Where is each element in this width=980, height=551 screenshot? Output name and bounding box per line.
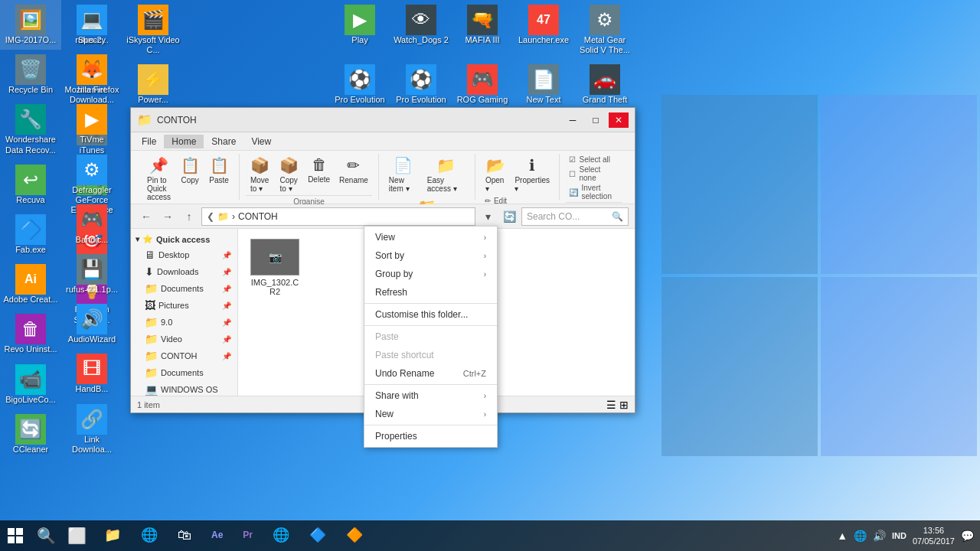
- desktop-icon-defraggler[interactable]: ⚙ Defraggler: [61, 150, 122, 200]
- sidebar-item-documents[interactable]: 📁 Documents 📌: [131, 280, 237, 297]
- sidebar-item-documents2[interactable]: 📁 Documents: [131, 364, 237, 381]
- open-buttons: 📂 Open ▾ ℹ Properties ▾: [482, 154, 554, 195]
- ribbon-btn-delete[interactable]: 🗑 Delete: [304, 154, 334, 186]
- taskbar-app-app8[interactable]: 🔶: [337, 522, 372, 549]
- tray-network-icon[interactable]: 🌐: [854, 530, 867, 542]
- ctx-group-by[interactable]: Group by ›: [364, 265, 497, 283]
- desktop-icon-tivme[interactable]: ▶ TiVme: [61, 99, 122, 149]
- maximize-button[interactable]: □: [586, 112, 606, 128]
- ribbon-btn-pin[interactable]: 📌 Pin to Quickaccess: [143, 154, 175, 204]
- ribbon-btn-copyto[interactable]: 📦 Copyto ▾: [275, 154, 302, 195]
- pin-icon-pictures: 📌: [222, 302, 231, 310]
- menu-file[interactable]: File: [134, 135, 164, 148]
- ctx-refresh[interactable]: Refresh: [364, 283, 497, 302]
- ribbon-btn-properties[interactable]: ℹ Properties ▾: [511, 154, 554, 195]
- sidebar-item-desktop[interactable]: 🖥 Desktop 📌: [131, 246, 237, 263]
- taskbar-app-premiere[interactable]: Pr: [234, 522, 262, 549]
- desktop-icon-firefox[interactable]: 🦊 Mozilla Firefox: [61, 50, 122, 99]
- desktop-icon-link[interactable]: 🔗 Link Downloa...: [61, 399, 122, 459]
- taskbar-apps: 📁 🌐 🛍 Ae Pr 🌐 🔷 🔶: [92, 520, 831, 551]
- tray-clock[interactable]: 13:56 07/05/2017: [913, 525, 955, 547]
- taskbar-app-store[interactable]: 🛍: [168, 522, 201, 549]
- forward-button[interactable]: →: [158, 207, 177, 226]
- taskbar-search-button[interactable]: 🔍: [31, 520, 61, 551]
- sidebar-item-windows-os[interactable]: 💻 WINDOWS OS: [131, 381, 237, 396]
- desktop-icon-metal-gear[interactable]: ⚙ Metal Gear Solid V The...: [574, 0, 635, 60]
- sidebar-item-contoh[interactable]: 📁 CONTOH 📌: [131, 347, 237, 364]
- ctx-undo-rename[interactable]: Undo Rename Ctrl+Z: [364, 364, 497, 383]
- tray-volume-icon[interactable]: 🔊: [873, 530, 886, 542]
- up-button[interactable]: ↑: [180, 207, 198, 226]
- tray-arrow-icon[interactable]: ▲: [837, 530, 848, 542]
- desktop-icon-speccy[interactable]: 💻 Speccy: [61, 0, 122, 50]
- tray-notifications-icon[interactable]: 💬: [961, 530, 974, 542]
- taskbar-app-file-explorer[interactable]: 📁: [95, 522, 130, 549]
- desktop-icon-power[interactable]: ⚡ Power...: [122, 60, 184, 109]
- sidebar-item-downloads[interactable]: ⬇ Downloads 📌: [131, 263, 237, 280]
- taskbar-app-edge[interactable]: 🌐: [132, 522, 167, 549]
- sidebar-item-pictures[interactable]: 🖼 Pictures 📌: [131, 297, 237, 314]
- desktop-icon-watch-dogs[interactable]: 👁 Watch_Dogs 2: [390, 0, 452, 60]
- desktop-icon-launcher-exe[interactable]: 47 Launcher.exe: [513, 0, 574, 60]
- desktop-icon-bigoliveco[interactable]: 📹 BigoLiveCo...: [0, 360, 61, 409]
- breadcrumb-arrow-left: ❮: [207, 211, 214, 222]
- ribbon-btn-moveto[interactable]: 📦 Moveto ▾: [246, 154, 273, 195]
- ctx-properties[interactable]: Properties: [364, 427, 497, 445]
- list-view-button[interactable]: ☰: [606, 399, 616, 411]
- desktop-icon-img20170[interactable]: 🖼️ IMG-2017O...: [0, 0, 61, 50]
- refresh-button[interactable]: 🔄: [500, 207, 518, 226]
- invert-selection-option[interactable]: 🔄Invert selection: [569, 184, 619, 201]
- sidebar-desktop-label: Desktop: [158, 250, 189, 259]
- grid-view-button[interactable]: ⊞: [619, 399, 629, 411]
- ribbon-btn-open[interactable]: 📂 Open ▾: [482, 154, 510, 195]
- search-bar[interactable]: Search CO... 🔍: [521, 207, 629, 226]
- desktop-icon-rufus1[interactable]: 💾 rufus-2.1.1p...: [61, 249, 122, 299]
- start-button[interactable]: [0, 520, 31, 551]
- desktop-icon-adobe[interactable]: Ai Adobe Creat...: [0, 259, 61, 309]
- desktop-icon-recycle-bin[interactable]: 🗑️ Recycle Bin: [0, 50, 61, 99]
- sidebar-item-90[interactable]: 📁 9.0 📌: [131, 314, 237, 331]
- desktop-icon-bandic[interactable]: 🎮 Bandic...: [61, 200, 122, 249]
- ctx-customise[interactable]: Customise this folder...: [364, 305, 497, 324]
- ribbon-btn-new-item[interactable]: 📄 New item ▾: [385, 154, 422, 195]
- desktop-icon-revo[interactable]: 🗑 Revo Uninst...: [0, 309, 61, 359]
- breadcrumb-bar[interactable]: ❮ 📁 › CONTOH: [201, 207, 475, 226]
- close-button[interactable]: ✕: [609, 112, 629, 128]
- taskbar-task-view-button[interactable]: ⬜: [61, 520, 92, 551]
- ribbon-btn-easy-access[interactable]: 📁 Easy access ▾: [423, 154, 469, 195]
- ctx-view[interactable]: View ›: [364, 228, 497, 246]
- sidebar-contoh-label: CONTOH: [161, 351, 197, 360]
- taskbar-app-app7[interactable]: 🔷: [300, 522, 335, 549]
- menu-home[interactable]: Home: [164, 135, 204, 148]
- ctx-new-label: New: [375, 409, 394, 419]
- select-all-option[interactable]: ☑Select all: [569, 155, 619, 164]
- desktop-icon-wondershare[interactable]: 🔧 Wondershare Data Recov...: [0, 99, 61, 159]
- menu-share[interactable]: Share: [204, 135, 243, 148]
- desktop-icon-mafia-iii[interactable]: 🔫 MAFIA III: [452, 0, 513, 60]
- sidebar-item-video[interactable]: 📁 Video 📌: [131, 331, 237, 347]
- ctx-new[interactable]: New ›: [364, 405, 497, 423]
- select-none-option[interactable]: ☐Select none: [569, 165, 619, 182]
- file-item-img1302[interactable]: 📷 IMG_1302.CR2: [244, 235, 305, 300]
- desktop-icon-audiowizard[interactable]: 🔊 AudioWizard: [61, 299, 122, 349]
- ctx-share-with[interactable]: Share with ›: [364, 386, 497, 405]
- menu-view[interactable]: View: [243, 135, 279, 148]
- desktop-icon-iskysoft[interactable]: 🎬 iSkysoft Video C...: [122, 0, 184, 60]
- video-icon-sidebar: 📁: [145, 333, 158, 345]
- back-button[interactable]: ←: [137, 207, 155, 226]
- desktop-icon-handb[interactable]: 🎞 HandB...: [61, 349, 122, 399]
- ribbon-btn-copy[interactable]: 📋 Copy: [176, 154, 204, 187]
- taskbar-app-chrome[interactable]: 🌐: [263, 522, 299, 549]
- ctx-sort-by[interactable]: Sort by ›: [364, 246, 497, 265]
- taskbar-app-after-effects[interactable]: Ae: [202, 522, 232, 549]
- ribbon-btn-rename[interactable]: ✏ Rename: [335, 154, 372, 187]
- desktop-icon-play[interactable]: ▶ Play: [329, 0, 390, 60]
- desktop-icon-fab[interactable]: 🔷 Fab.exe: [0, 210, 61, 259]
- tray-language[interactable]: IND: [892, 531, 906, 540]
- desktop-icon-recuva[interactable]: ↩ Recuva: [0, 160, 61, 210]
- desktop-icon-ccleaner[interactable]: 🔄 CCleaner: [0, 409, 61, 459]
- minimize-button[interactable]: ─: [563, 112, 583, 128]
- sidebar-header-quickaccess[interactable]: ▾ ⭐ Quick access: [131, 232, 237, 246]
- recent-button[interactable]: ▾: [479, 207, 497, 226]
- ribbon-btn-paste[interactable]: 📋 Paste: [205, 154, 233, 187]
